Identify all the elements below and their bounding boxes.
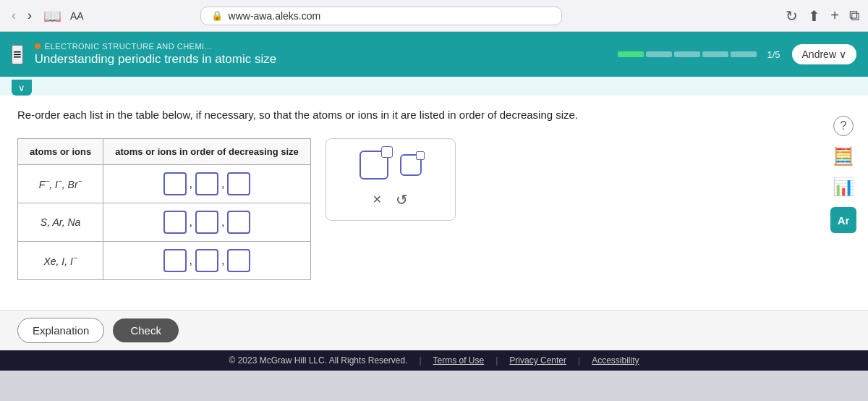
atom-input-3-1[interactable] bbox=[163, 249, 187, 272]
atom-input-3-2[interactable] bbox=[195, 249, 218, 272]
drop-zone-actions: × ↺ bbox=[341, 191, 441, 208]
accessibility-link[interactable]: Accessibility bbox=[592, 355, 639, 366]
superscript-box bbox=[381, 146, 393, 158]
forward-button[interactable]: › bbox=[25, 7, 35, 25]
order-cell-3[interactable]: , , bbox=[103, 241, 311, 279]
separator: , bbox=[221, 177, 224, 190]
atom-input-1-1[interactable] bbox=[163, 172, 187, 195]
atom-input-3-3[interactable] bbox=[227, 249, 250, 272]
app-header: ≡ ELECTRONIC STRUCTURE AND CHEMI... Unde… bbox=[0, 32, 868, 77]
chevron-down-icon: ∨ bbox=[839, 48, 846, 60]
atom-input-1-3[interactable] bbox=[227, 172, 250, 195]
order-cell-2[interactable]: , , bbox=[103, 203, 311, 241]
separator-pipe: | bbox=[419, 355, 421, 366]
atoms-cell-3: Xe, I, I− bbox=[18, 241, 103, 279]
lock-icon: 🔒 bbox=[211, 10, 223, 21]
collapse-button[interactable]: ∨ bbox=[12, 80, 32, 96]
atom-input-1-2[interactable] bbox=[195, 172, 218, 195]
undo-button[interactable]: ↺ bbox=[396, 191, 408, 208]
terms-link[interactable]: Terms of Use bbox=[433, 355, 485, 366]
bottom-bar: Explanation Check bbox=[0, 310, 868, 350]
copyright-text: © 2023 McGraw Hill LLC. All Rights Reser… bbox=[229, 355, 407, 366]
progress-seg-4 bbox=[702, 51, 728, 57]
drop-box-small[interactable] bbox=[400, 154, 422, 176]
book-icon: 📖 bbox=[43, 7, 61, 25]
progress-section: 1/5 bbox=[618, 49, 780, 60]
atom-input-2-3[interactable] bbox=[227, 211, 250, 234]
ar-button[interactable]: Ar bbox=[830, 207, 856, 233]
explanation-button[interactable]: Explanation bbox=[17, 318, 104, 343]
progress-seg-1 bbox=[618, 51, 644, 57]
question-icon: ? bbox=[833, 116, 854, 136]
separator: , bbox=[221, 254, 224, 267]
progress-seg-2 bbox=[646, 51, 672, 57]
small-superscript-box bbox=[416, 151, 425, 160]
url-text: www-awa.aleks.com bbox=[229, 10, 321, 22]
separator: , bbox=[190, 177, 192, 190]
table-row: Xe, I, I− , , bbox=[18, 241, 311, 279]
progress-seg-5 bbox=[731, 51, 757, 57]
header-subtitle: ELECTRONIC STRUCTURE AND CHEMI... bbox=[35, 42, 607, 51]
drop-box-with-super[interactable] bbox=[359, 151, 388, 180]
privacy-link[interactable]: Privacy Center bbox=[509, 355, 566, 366]
address-bar[interactable]: 🔒 www-awa.aleks.com bbox=[200, 7, 562, 25]
status-dot bbox=[35, 43, 41, 49]
user-name: Andrew bbox=[802, 48, 836, 60]
drop-zone-panel: × ↺ bbox=[326, 138, 456, 221]
progress-label: 1/5 bbox=[767, 49, 780, 60]
atoms-cell-2: S, Ar, Na bbox=[18, 203, 103, 241]
progress-seg-3 bbox=[674, 51, 700, 57]
col-atoms-header: atoms or ions bbox=[18, 138, 103, 164]
table-row: S, Ar, Na , , bbox=[18, 203, 311, 241]
atom-input-2-1[interactable] bbox=[163, 211, 187, 234]
tabs-button[interactable]: ⧉ bbox=[849, 7, 859, 24]
calculator-button[interactable]: 🧮 bbox=[833, 146, 854, 166]
separator: , bbox=[190, 216, 192, 229]
share-button[interactable]: ⬆ bbox=[808, 7, 820, 25]
chart-button[interactable]: 📊 bbox=[833, 177, 854, 197]
user-menu-button[interactable]: Andrew ∨ bbox=[792, 44, 856, 64]
back-button[interactable]: ‹ bbox=[9, 7, 19, 25]
separator-pipe: | bbox=[578, 355, 580, 366]
refresh-button[interactable]: ↻ bbox=[786, 7, 798, 25]
header-info: ELECTRONIC STRUCTURE AND CHEMI... Unders… bbox=[35, 42, 607, 67]
order-cell-1[interactable]: , , bbox=[103, 164, 311, 203]
close-button[interactable]: × bbox=[373, 191, 381, 208]
menu-button[interactable]: ≡ bbox=[12, 45, 23, 64]
calculator-icon: 🧮 bbox=[833, 146, 854, 166]
progress-bar bbox=[618, 51, 757, 57]
separator-pipe: | bbox=[495, 355, 498, 366]
atoms-cell-1: F−, I−, Br− bbox=[18, 164, 103, 203]
atom-input-2-2[interactable] bbox=[195, 211, 218, 234]
aa-label: AA bbox=[70, 10, 84, 22]
check-button[interactable]: Check bbox=[113, 318, 179, 342]
separator: , bbox=[190, 254, 192, 267]
help-button[interactable]: ? bbox=[833, 116, 854, 136]
atoms-table: atoms or ions atoms or ions in order of … bbox=[17, 138, 311, 280]
separator: , bbox=[221, 216, 224, 229]
footer: © 2023 McGraw Hill LLC. All Rights Reser… bbox=[0, 350, 868, 371]
right-sidebar: ? 🧮 📊 Ar bbox=[830, 116, 856, 233]
drop-box-large[interactable] bbox=[359, 151, 388, 180]
drop-box-small-container[interactable] bbox=[400, 154, 422, 176]
table-and-input-area: atoms or ions atoms or ions in order of … bbox=[17, 138, 851, 280]
add-tab-button[interactable]: + bbox=[830, 7, 839, 24]
drop-zone-top bbox=[341, 151, 441, 180]
instruction-text: Re-order each list in the table below, i… bbox=[17, 107, 851, 124]
col-order-header: atoms or ions in order of decreasing siz… bbox=[103, 138, 311, 164]
header-title: Understanding periodic trends in atomic … bbox=[35, 52, 607, 67]
table-row: F−, I−, Br− , , bbox=[18, 164, 311, 203]
chart-icon: 📊 bbox=[833, 177, 854, 197]
